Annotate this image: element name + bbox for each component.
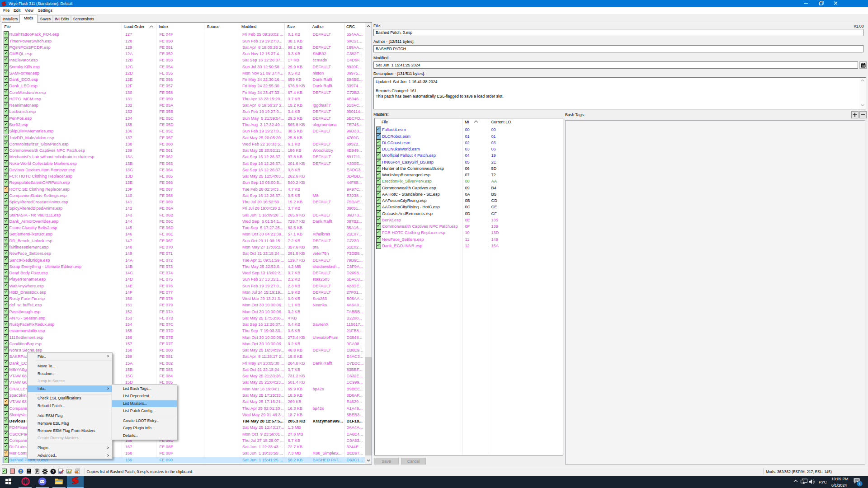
svg-text:?: ?: [52, 469, 55, 474]
svg-text:1: 1: [859, 482, 861, 486]
